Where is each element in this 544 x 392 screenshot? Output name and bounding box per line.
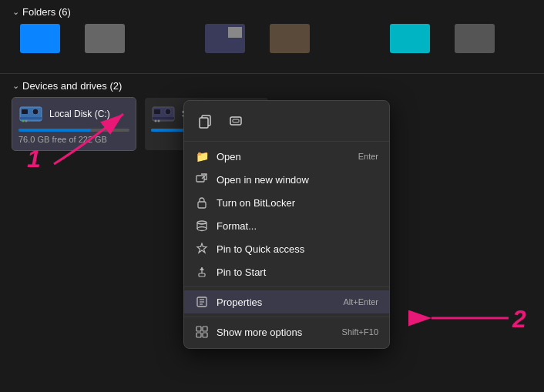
- context-format[interactable]: Format...: [184, 214, 389, 237]
- folders-chevron: ⌄: [12, 7, 19, 17]
- svg-rect-14: [230, 117, 241, 125]
- context-menu: 📁 Open Enter Open in new window Turn on …: [183, 100, 390, 349]
- svg-rect-33: [196, 333, 201, 337]
- folder-thumb-3: [205, 24, 245, 53]
- context-divider-2: [184, 317, 389, 317]
- folder-thumb-6: [455, 24, 495, 53]
- svg-rect-13: [200, 118, 208, 128]
- annotation-label-1: 1: [27, 145, 41, 173]
- svg-marker-23: [197, 243, 207, 253]
- open-new-window-label: Open in new window: [217, 174, 378, 186]
- folder-item[interactable]: [262, 24, 317, 64]
- folder-item[interactable]: [382, 24, 438, 64]
- share-icon: [230, 115, 243, 129]
- folders-title: Folders (6): [22, 6, 71, 18]
- format-label: Format...: [217, 220, 378, 232]
- bitlocker-label: Turn on BitLocker: [217, 197, 378, 209]
- open-icon: 📁: [195, 149, 209, 163]
- devices-chevron: ⌄: [12, 81, 19, 91]
- folder-item[interactable]: [77, 24, 133, 64]
- format-icon: [195, 219, 209, 233]
- pin-start-label: Pin to Start: [217, 266, 378, 278]
- svg-rect-26: [199, 273, 205, 276]
- open-label: Open: [217, 151, 351, 162]
- annotation-2: 2: [401, 299, 524, 348]
- arrow-1-svg: [23, 99, 162, 176]
- folder-item[interactable]: [197, 24, 253, 64]
- svg-rect-18: [198, 202, 206, 208]
- context-properties[interactable]: Properties Alt+Enter: [184, 290, 389, 313]
- folder-item[interactable]: [12, 24, 68, 64]
- context-top-icons: [184, 106, 389, 142]
- pin-start-icon: [195, 265, 209, 279]
- bitlocker-icon: [195, 196, 209, 209]
- section-divider: [0, 73, 544, 74]
- svg-point-19: [197, 227, 207, 231]
- open-new-window-icon: [195, 173, 209, 186]
- context-pin-start[interactable]: Pin to Start: [184, 260, 389, 283]
- context-divider-1: [184, 286, 389, 287]
- more-options-shortcut: Shift+F10: [342, 327, 378, 337]
- pin-quick-icon: [195, 242, 209, 256]
- open-shortcut: Enter: [358, 152, 378, 161]
- more-options-icon: [195, 325, 209, 339]
- context-open-new-window[interactable]: Open in new window: [184, 168, 389, 191]
- annotation-label-2: 2: [512, 305, 526, 333]
- folder-thumb-5: [390, 24, 430, 53]
- folder-thumb-2: [85, 24, 125, 53]
- svg-point-8: [165, 109, 171, 115]
- svg-point-22: [197, 221, 207, 224]
- arrow-2-svg: [401, 299, 524, 345]
- svg-marker-25: [200, 267, 204, 270]
- svg-rect-31: [196, 327, 201, 331]
- devices-header: ⌄ Devices and drives (2): [12, 80, 532, 92]
- context-share-btn[interactable]: [223, 110, 250, 133]
- properties-icon: [195, 295, 209, 309]
- context-pin-quick[interactable]: Pin to Quick access: [184, 237, 389, 260]
- folder-thumb-1: [20, 24, 60, 53]
- devices-title: Devices and drives (2): [22, 80, 122, 92]
- folder-item[interactable]: [447, 24, 502, 64]
- copy-icon: [199, 115, 213, 129]
- context-more-options[interactable]: Show more options Shift+F10: [184, 320, 389, 343]
- svg-rect-32: [203, 327, 207, 331]
- svg-rect-16: [196, 176, 204, 182]
- context-open[interactable]: 📁 Open Enter: [184, 145, 389, 168]
- more-options-label: Show more options: [217, 327, 334, 338]
- folders-section: ⌄ Folders (6): [0, 0, 544, 64]
- pin-quick-label: Pin to Quick access: [217, 243, 378, 255]
- svg-rect-34: [203, 333, 207, 337]
- properties-shortcut: Alt+Enter: [343, 297, 378, 307]
- context-copy-btn[interactable]: [192, 110, 220, 133]
- folders-grid: [12, 24, 532, 64]
- properties-label: Properties: [217, 297, 335, 308]
- annotation-1: 1: [23, 99, 162, 179]
- folder-thumb-4: [270, 24, 310, 53]
- folders-header: ⌄ Folders (6): [12, 6, 532, 18]
- svg-rect-15: [233, 119, 239, 122]
- context-bitlocker[interactable]: Turn on BitLocker: [184, 191, 389, 214]
